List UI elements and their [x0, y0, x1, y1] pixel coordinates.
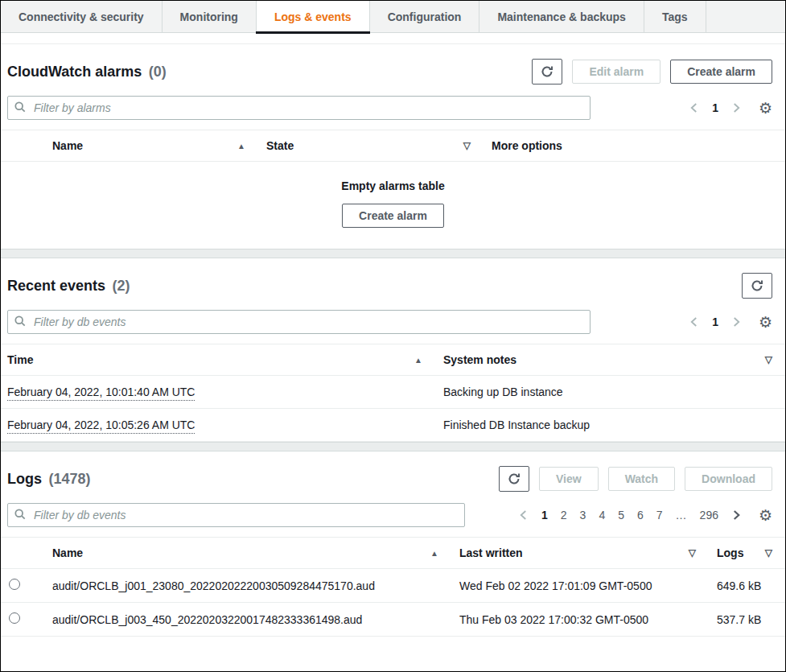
alarms-next-page-icon[interactable]	[730, 100, 743, 116]
section-separator	[1, 249, 785, 258]
header-spacer	[1, 33, 785, 44]
logs-next-page-icon[interactable]	[730, 507, 743, 523]
sort-descending-icon[interactable]: ▽	[765, 354, 772, 365]
event-row: February 04, 2022, 10:01:40 AM UTC Backi…	[1, 376, 785, 409]
logs-prev-page-icon[interactable]	[517, 507, 529, 523]
view-log-button[interactable]: View	[539, 467, 599, 491]
event-time: February 04, 2022, 10:01:40 AM UTC	[1, 376, 435, 409]
search-icon	[14, 101, 26, 116]
alarms-pagination: 1 ⚙	[688, 100, 772, 116]
detail-tabbar: Connectivity & security Monitoring Logs …	[1, 1, 785, 33]
logs-settings-gear-icon[interactable]: ⚙	[759, 508, 772, 523]
log-last-written: Wed Feb 02 2022 17:01:09 GMT-0500	[451, 569, 709, 603]
events-filter	[7, 310, 591, 334]
logs-refresh-button[interactable]	[499, 466, 529, 492]
logs-section: Logs (1478) View Watch Download	[1, 451, 785, 637]
alarms-empty-text: Empty alarms table	[1, 179, 785, 192]
logs-filter	[7, 503, 465, 527]
sort-descending-icon[interactable]: ▽	[463, 140, 471, 151]
alarms-empty-create-button[interactable]: Create alarm	[342, 204, 444, 228]
log-last-written: Thu Feb 03 2022 17:00:32 GMT-0500	[451, 603, 709, 637]
logs-table: Name▲ Last written▽ Logs▽ audit/ORCLB_j0…	[1, 537, 785, 637]
rds-instance-detail-page: Connectivity & security Monitoring Logs …	[0, 0, 786, 672]
event-note: Finished DB Instance backup	[435, 409, 785, 442]
events-filter-input[interactable]	[7, 310, 591, 334]
events-page-number[interactable]: 1	[711, 314, 719, 330]
section-separator	[1, 442, 785, 451]
log-row-radio[interactable]	[9, 612, 20, 624]
events-col-time[interactable]: Time▲	[1, 344, 435, 376]
events-pagination: 1 ⚙	[688, 314, 772, 330]
logs-count: (1478)	[48, 471, 90, 487]
logs-col-name[interactable]: Name▲	[44, 538, 451, 569]
log-row-radio[interactable]	[9, 579, 20, 590]
log-row: audit/ORCLB_j003_450_2022020322001748233…	[1, 603, 785, 637]
event-note: Backing up DB instance	[435, 376, 785, 409]
log-size: 537.7 kB	[709, 603, 785, 637]
cloudwatch-alarms-section: CloudWatch alarms (0) Edit alarm Create …	[1, 44, 785, 249]
logs-page-1[interactable]: 1	[541, 507, 549, 523]
alarms-count: (0)	[149, 64, 167, 80]
recent-events-section: Recent events (2)	[1, 258, 785, 442]
edit-alarm-button[interactable]: Edit alarm	[572, 60, 660, 84]
create-alarm-button[interactable]: Create alarm	[670, 60, 772, 84]
alarms-prev-page-icon[interactable]	[688, 100, 700, 116]
tab-configuration[interactable]: Configuration	[370, 1, 480, 32]
download-log-button[interactable]: Download	[685, 467, 772, 491]
alarms-page-number[interactable]: 1	[711, 100, 719, 116]
logs-page-ellipsis: …	[675, 507, 688, 523]
logs-col-logs[interactable]: Logs▽	[709, 538, 785, 569]
search-icon	[14, 315, 26, 330]
logs-page-7[interactable]: 7	[656, 507, 664, 523]
tab-connectivity-security[interactable]: Connectivity & security	[1, 1, 163, 32]
sort-descending-icon[interactable]: ▽	[765, 547, 772, 559]
tab-tags[interactable]: Tags	[644, 1, 706, 32]
sort-ascending-icon[interactable]: ▲	[237, 142, 245, 150]
tab-logs-events[interactable]: Logs & events	[257, 1, 370, 32]
log-row: audit/ORCLB_j001_23080_20220202220030509…	[1, 569, 785, 603]
logs-col-last-written[interactable]: Last written▽	[451, 538, 709, 569]
logs-pagination: 1 2 3 4 5 6 7 … 296 ⚙	[517, 507, 772, 523]
logs-page-2[interactable]: 2	[560, 507, 568, 523]
alarms-table: Name▲ State▽ More options	[1, 130, 785, 162]
refresh-icon	[541, 65, 553, 78]
alarms-filter	[7, 96, 591, 120]
events-count: (2)	[113, 278, 130, 294]
watch-log-button[interactable]: Watch	[608, 467, 675, 491]
tab-monitoring[interactable]: Monitoring	[163, 1, 257, 32]
sort-descending-icon[interactable]: ▽	[689, 547, 696, 559]
refresh-icon	[508, 472, 521, 485]
events-table: Time▲ System notes▽ February 04, 2022, 1…	[1, 344, 785, 442]
event-time: February 04, 2022, 10:05:26 AM UTC	[1, 409, 435, 442]
log-file-name: audit/ORCLB_j003_450_2022020322001748233…	[44, 603, 451, 637]
events-prev-page-icon[interactable]	[688, 314, 700, 330]
events-table-header: Time▲ System notes▽	[1, 344, 785, 376]
events-col-system-notes[interactable]: System notes▽	[435, 344, 785, 376]
sort-ascending-icon[interactable]: ▲	[430, 549, 438, 558]
logs-page-5[interactable]: 5	[617, 507, 625, 523]
search-icon	[14, 509, 26, 523]
events-settings-gear-icon[interactable]: ⚙	[759, 315, 772, 330]
tab-maintenance-backups[interactable]: Maintenance & backups	[479, 1, 644, 32]
alarms-col-more-options[interactable]: More options	[484, 130, 785, 162]
alarms-table-header: Name▲ State▽ More options	[1, 130, 785, 162]
logs-page-3[interactable]: 3	[579, 507, 587, 523]
alarms-settings-gear-icon[interactable]: ⚙	[759, 101, 772, 116]
alarms-refresh-button[interactable]	[532, 59, 562, 85]
logs-page-296[interactable]: 296	[699, 507, 719, 523]
events-refresh-button[interactable]	[742, 273, 772, 299]
log-size: 649.6 kB	[709, 569, 785, 603]
logs-page-4[interactable]: 4	[598, 507, 606, 523]
logs-table-header: Name▲ Last written▽ Logs▽	[1, 538, 785, 569]
refresh-icon	[751, 279, 763, 292]
event-row: February 04, 2022, 10:05:26 AM UTC Finis…	[1, 409, 785, 442]
logs-page-6[interactable]: 6	[636, 507, 644, 523]
sort-ascending-icon[interactable]: ▲	[414, 356, 422, 365]
log-file-name: audit/ORCLB_j001_23080_20220202220030509…	[44, 569, 451, 603]
events-next-page-icon[interactable]	[730, 314, 743, 330]
alarms-col-state[interactable]: State▽	[258, 130, 484, 162]
alarms-filter-input[interactable]	[7, 96, 591, 120]
alarms-section-title: CloudWatch alarms (0)	[7, 64, 167, 80]
alarms-col-name[interactable]: Name▲	[44, 130, 258, 162]
logs-filter-input[interactable]	[7, 503, 465, 527]
